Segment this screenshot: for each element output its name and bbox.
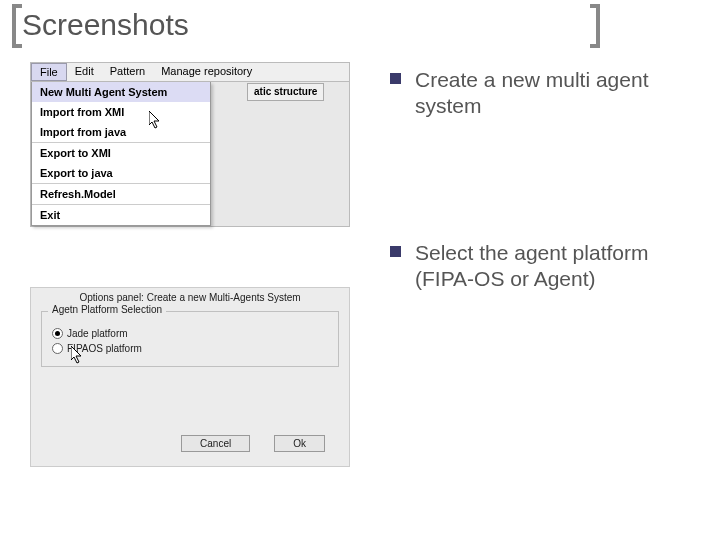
- platform-groupbox: Agetn Platform Selection Jade platform F…: [41, 311, 339, 367]
- radio-row-jade[interactable]: Jade platform: [52, 326, 328, 341]
- title-bracket-right: [590, 4, 600, 48]
- bullet-item: Select the agent platform (FIPA-OS or Ag…: [390, 240, 700, 293]
- slide-title: Screenshots: [0, 0, 720, 48]
- radio-row-fipaos[interactable]: FIPAOS platform: [52, 341, 328, 356]
- menu-item-new-mas[interactable]: New Multi Agent System: [32, 82, 210, 102]
- bullet-text: Select the agent platform (FIPA-OS or Ag…: [415, 240, 700, 293]
- menu-item-import-java[interactable]: Import from java: [32, 122, 210, 142]
- bullet-square-icon: [390, 246, 401, 257]
- menu-edit[interactable]: Edit: [67, 63, 102, 81]
- menubar: File Edit Pattern Manage repository: [31, 63, 349, 82]
- radio-fipaos[interactable]: [52, 343, 63, 354]
- title-bracket-left: [12, 4, 22, 48]
- file-dropdown: New Multi Agent System Import from XMI I…: [31, 82, 211, 226]
- bullet-square-icon: [390, 73, 401, 84]
- menu-item-export-java[interactable]: Export to java: [32, 163, 210, 183]
- radio-jade[interactable]: [52, 328, 63, 339]
- bullet-list: Create a new multi agent system Select t…: [390, 67, 700, 412]
- menu-item-import-xmi[interactable]: Import from XMI: [32, 102, 210, 122]
- menu-item-refresh-model[interactable]: Refresh.Model: [32, 184, 210, 204]
- tab-static-structure[interactable]: atic structure: [247, 83, 324, 101]
- radio-fipaos-label: FIPAOS platform: [67, 343, 142, 354]
- menu-item-export-xmi[interactable]: Export to XMI: [32, 143, 210, 163]
- menu-file[interactable]: File: [31, 63, 67, 81]
- platform-group-label: Agetn Platform Selection: [48, 304, 166, 315]
- menu-manage-repository[interactable]: Manage repository: [153, 63, 260, 81]
- app-screenshot-menu: File Edit Pattern Manage repository New …: [30, 62, 350, 227]
- cancel-button[interactable]: Cancel: [181, 435, 250, 452]
- bullet-item: Create a new multi agent system: [390, 67, 700, 120]
- ok-button[interactable]: Ok: [274, 435, 325, 452]
- bullet-text: Create a new multi agent system: [415, 67, 700, 120]
- app-screenshot-options: Options panel: Create a new Multi-Agents…: [30, 287, 350, 467]
- menu-item-exit[interactable]: Exit: [32, 205, 210, 225]
- menu-pattern[interactable]: Pattern: [102, 63, 153, 81]
- radio-jade-label: Jade platform: [67, 328, 128, 339]
